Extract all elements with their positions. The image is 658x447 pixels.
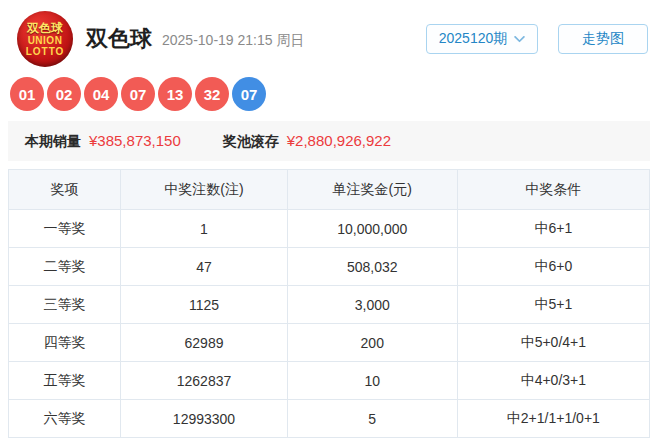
red-ball-4: 07 bbox=[121, 77, 155, 111]
win-condition: 中6+0 bbox=[457, 248, 649, 286]
table-row: 四等奖 62989 200 中5+0/4+1 bbox=[9, 324, 650, 362]
lottery-result-page: 双色球 UNION LOTTO 双色球 2025-10-19 21:15 周日 … bbox=[0, 0, 658, 447]
pool-value: ¥2,880,926,922 bbox=[287, 132, 391, 149]
col-header-condition: 中奖条件 bbox=[457, 170, 649, 210]
prize-tier: 二等奖 bbox=[9, 248, 121, 286]
prize-amount: 10,000,000 bbox=[287, 210, 457, 248]
table-row: 三等奖 1125 3,000 中5+1 bbox=[9, 286, 650, 324]
prize-amount: 5 bbox=[287, 400, 457, 438]
header: 双色球 UNION LOTTO 双色球 2025-10-19 21:15 周日 … bbox=[8, 0, 650, 75]
blue-ball-1: 07 bbox=[232, 77, 266, 111]
win-condition: 中5+0/4+1 bbox=[457, 324, 649, 362]
winner-count: 1 bbox=[121, 210, 288, 248]
logo-text-union: UNION bbox=[28, 36, 63, 46]
winner-count: 1125 bbox=[121, 286, 288, 324]
prize-amount: 10 bbox=[287, 362, 457, 400]
prize-tier: 一等奖 bbox=[9, 210, 121, 248]
prize-table: 奖项 中奖注数(注) 单注奖金(元) 中奖条件 一等奖 1 10,000,000… bbox=[8, 169, 650, 438]
win-condition: 中6+1 bbox=[457, 210, 649, 248]
col-header-winners: 中奖注数(注) bbox=[121, 170, 288, 210]
col-header-prize: 奖项 bbox=[9, 170, 121, 210]
chevron-down-icon bbox=[514, 36, 525, 43]
pool-label: 奖池滚存 bbox=[223, 133, 279, 151]
table-row: 五等奖 1262837 10 中4+0/3+1 bbox=[9, 362, 650, 400]
winner-count: 62989 bbox=[121, 324, 288, 362]
sales-label: 本期销量 bbox=[25, 133, 81, 151]
win-condition: 中5+1 bbox=[457, 286, 649, 324]
page-title: 双色球 bbox=[86, 24, 152, 54]
red-ball-2: 02 bbox=[47, 77, 81, 111]
table-row: 六等奖 12993300 5 中2+1/1+1/0+1 bbox=[9, 400, 650, 438]
draw-datetime: 2025-10-19 21:15 周日 bbox=[162, 32, 304, 50]
prize-amount: 508,032 bbox=[287, 248, 457, 286]
table-header-row: 奖项 中奖注数(注) 单注奖金(元) 中奖条件 bbox=[9, 170, 650, 210]
win-condition: 中2+1/1+1/0+1 bbox=[457, 400, 649, 438]
winner-count: 47 bbox=[121, 248, 288, 286]
pool-group: 奖池滚存 ¥2,880,926,922 bbox=[223, 132, 391, 151]
header-actions: 2025120期 走势图 bbox=[426, 24, 648, 54]
logo-text-lotto: LOTTO bbox=[26, 47, 65, 57]
prize-tier: 五等奖 bbox=[9, 362, 121, 400]
winner-count: 1262837 bbox=[121, 362, 288, 400]
prize-amount: 3,000 bbox=[287, 286, 457, 324]
period-dropdown-value: 2025120期 bbox=[439, 30, 508, 48]
win-condition: 中4+0/3+1 bbox=[457, 362, 649, 400]
trend-chart-button[interactable]: 走势图 bbox=[558, 24, 648, 54]
prize-tier: 三等奖 bbox=[9, 286, 121, 324]
table-row: 二等奖 47 508,032 中6+0 bbox=[9, 248, 650, 286]
red-ball-3: 04 bbox=[84, 77, 118, 111]
union-lotto-logo: 双色球 UNION LOTTO bbox=[17, 11, 73, 67]
prize-amount: 200 bbox=[287, 324, 457, 362]
sales-value: ¥385,873,150 bbox=[89, 132, 181, 149]
red-ball-6: 32 bbox=[195, 77, 229, 111]
table-row: 一等奖 1 10,000,000 中6+1 bbox=[9, 210, 650, 248]
period-dropdown[interactable]: 2025120期 bbox=[426, 24, 538, 54]
red-ball-5: 13 bbox=[158, 77, 192, 111]
winner-count: 12993300 bbox=[121, 400, 288, 438]
prize-tier: 四等奖 bbox=[9, 324, 121, 362]
prize-tier: 六等奖 bbox=[9, 400, 121, 438]
logo-text-cn: 双色球 bbox=[27, 22, 63, 34]
sales-summary-bar: 本期销量 ¥385,873,150 奖池滚存 ¥2,880,926,922 bbox=[8, 121, 650, 161]
sales-group: 本期销量 ¥385,873,150 bbox=[25, 132, 181, 151]
winning-numbers: 01 02 04 07 13 32 07 bbox=[8, 75, 650, 117]
red-ball-1: 01 bbox=[10, 77, 44, 111]
col-header-amount: 单注奖金(元) bbox=[287, 170, 457, 210]
